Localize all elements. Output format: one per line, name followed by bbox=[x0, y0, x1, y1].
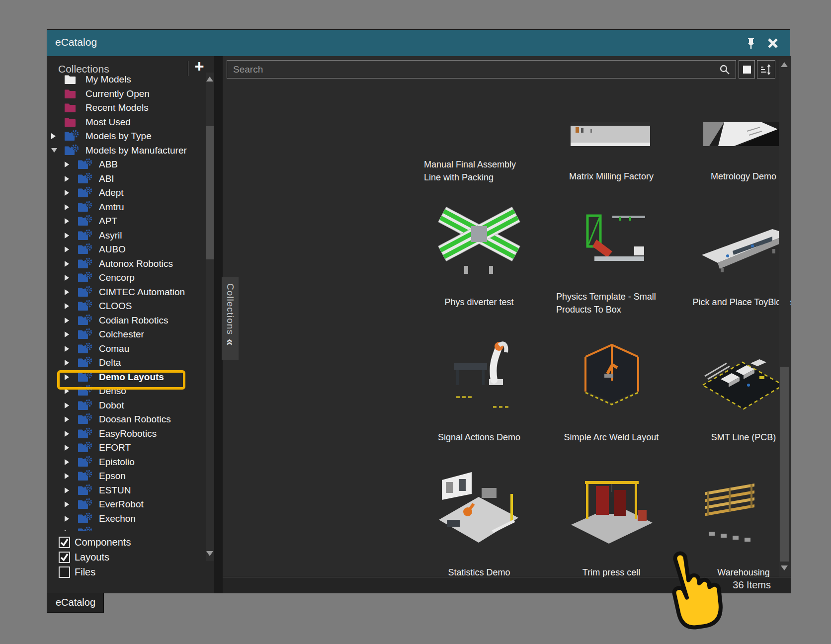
checkbox-checked-icon[interactable] bbox=[59, 552, 70, 563]
expander-collapsed-icon[interactable] bbox=[65, 289, 78, 295]
tree-item-recent-models[interactable]: Recent Models bbox=[47, 101, 205, 115]
scroll-down-icon[interactable] bbox=[206, 551, 213, 556]
tree-item-dobot[interactable]: Dobot bbox=[47, 399, 205, 413]
tree-item-autonox-robotics[interactable]: Autonox Robotics bbox=[47, 257, 205, 271]
tree-item-models-by-manufacturer[interactable]: Models by Manufacturer bbox=[47, 144, 205, 158]
tree-item-doosan-robotics[interactable]: Doosan Robotics bbox=[47, 412, 205, 427]
collections-collapse-tab[interactable]: Collections « bbox=[222, 277, 239, 360]
expander-collapsed-icon[interactable] bbox=[65, 388, 78, 394]
expander-collapsed-icon[interactable] bbox=[65, 473, 78, 479]
checkbox-checked-icon[interactable] bbox=[59, 537, 70, 548]
tree-item-most-used[interactable]: Most Used bbox=[47, 115, 205, 130]
expander-collapsed-icon[interactable] bbox=[65, 204, 78, 210]
scroll-down-icon[interactable] bbox=[781, 565, 788, 570]
tree-item-exechon[interactable]: Exechon bbox=[47, 512, 205, 526]
expander-collapsed-icon[interactable] bbox=[65, 416, 78, 422]
expander-collapsed-icon[interactable] bbox=[65, 459, 78, 465]
expander-collapsed-icon[interactable] bbox=[65, 487, 78, 493]
scrollbar-thumb[interactable] bbox=[206, 126, 214, 259]
scrollbar-thumb[interactable] bbox=[780, 367, 789, 562]
close-icon[interactable] bbox=[766, 36, 780, 50]
catalog-item-physics-template-small-products-to-box[interactable]: Physics Template - Small Products To Box bbox=[549, 196, 673, 321]
tree-item-estun[interactable]: ESTUN bbox=[47, 483, 205, 498]
tree-item-codian-robotics[interactable]: Codian Robotics bbox=[47, 314, 205, 328]
checkbox-unchecked-icon[interactable] bbox=[59, 566, 70, 578]
tree-item-amtru[interactable]: Amtru bbox=[47, 200, 205, 215]
tree-item-my-models[interactable]: My Models bbox=[47, 73, 205, 87]
filter-components[interactable]: Components bbox=[47, 535, 205, 550]
expander-collapsed-icon[interactable] bbox=[65, 346, 78, 352]
tree-item-label: Currently Open bbox=[81, 88, 150, 99]
tree-item-cloos[interactable]: CLOOS bbox=[47, 299, 205, 314]
expander-collapsed-icon[interactable] bbox=[65, 431, 78, 437]
tree-item-abi[interactable]: ABI bbox=[47, 172, 205, 186]
tree-item-colchester[interactable]: Colchester bbox=[47, 327, 205, 342]
tree-item-denso[interactable]: Denso bbox=[47, 384, 205, 399]
tree-item-demo-layouts[interactable]: Demo Layouts bbox=[47, 370, 205, 385]
tree-item-adept[interactable]: Adept bbox=[47, 186, 205, 200]
expander-collapsed-icon[interactable] bbox=[65, 303, 78, 309]
filter-files[interactable]: Files bbox=[47, 564, 205, 579]
tree-item-everrobot[interactable]: EverRobot bbox=[47, 497, 205, 512]
catalog-item-simple-arc-weld-layout[interactable]: Simple Arc Weld Layout bbox=[549, 331, 673, 456]
catalog-item-warehousing[interactable]: Warehousing bbox=[681, 467, 791, 577]
tree-item-delta[interactable]: Delta bbox=[47, 356, 205, 370]
tree-item-asyril[interactable]: Asyril bbox=[47, 229, 205, 243]
catalog-item-pick-and-place-toyblocks[interactable]: Pick and Place ToyBlocks bbox=[681, 196, 791, 321]
filter-layouts[interactable]: Layouts bbox=[47, 550, 205, 564]
expander-collapsed-icon[interactable] bbox=[65, 275, 78, 281]
expander-collapsed-icon[interactable] bbox=[65, 360, 78, 366]
expander-expanded-icon[interactable] bbox=[51, 148, 64, 153]
expander-collapsed-icon[interactable] bbox=[65, 516, 78, 522]
tree-item-cimtec-automation[interactable]: CIMTEC Automation bbox=[47, 285, 205, 300]
tree-item-models-by-type[interactable]: Models by Type bbox=[47, 129, 205, 144]
sort-button[interactable] bbox=[757, 60, 775, 79]
content-scrollbar[interactable] bbox=[779, 60, 790, 577]
expander-collapsed-icon[interactable] bbox=[51, 133, 64, 139]
expander-collapsed-icon[interactable] bbox=[65, 445, 78, 451]
expander-collapsed-icon[interactable] bbox=[65, 161, 78, 167]
tree-item-abb[interactable]: ABB bbox=[47, 158, 205, 172]
expander-collapsed-icon[interactable] bbox=[65, 331, 78, 337]
expander-collapsed-icon[interactable] bbox=[65, 246, 78, 252]
search-icon[interactable] bbox=[719, 64, 731, 76]
search-input[interactable] bbox=[227, 60, 736, 79]
tree-item-aubo[interactable]: AUBO bbox=[47, 242, 205, 257]
folder-gear-icon bbox=[78, 160, 94, 169]
item-label: Manual Final Assembly Line with Packing bbox=[424, 158, 534, 184]
tree-item-apt[interactable]: APT bbox=[47, 214, 205, 229]
expander-collapsed-icon[interactable] bbox=[65, 374, 78, 380]
expander-collapsed-icon[interactable] bbox=[65, 261, 78, 267]
thumbnail-image bbox=[701, 480, 761, 546]
expander-collapsed-icon[interactable] bbox=[65, 176, 78, 182]
tree-item-epson[interactable]: Epson bbox=[47, 469, 205, 483]
pin-icon[interactable] bbox=[744, 36, 758, 50]
scroll-up-icon[interactable] bbox=[206, 77, 213, 81]
expander-collapsed-icon[interactable] bbox=[65, 190, 78, 196]
catalog-item-statistics-demo[interactable]: Statistics Demo bbox=[417, 467, 541, 577]
folder-gear-icon bbox=[78, 485, 94, 495]
scroll-up-icon[interactable] bbox=[781, 62, 788, 67]
tree-item-epistolio[interactable]: Epistolio bbox=[47, 455, 205, 470]
expander-collapsed-icon[interactable] bbox=[65, 501, 78, 507]
catalog-item-trim-press-cell[interactable]: Trim press cell bbox=[549, 467, 673, 577]
tree-item-easyrobotics[interactable]: EasyRobotics bbox=[47, 427, 205, 441]
expander-collapsed-icon[interactable] bbox=[65, 530, 78, 531]
catalog-item-phys-diverter-test[interactable]: Phys diverter test bbox=[417, 196, 541, 321]
thumbnail-image bbox=[698, 220, 791, 275]
tree-item-label: ABB bbox=[94, 159, 118, 170]
catalog-item-smt-line-pcb[interactable]: SMT Line (PCB) bbox=[681, 331, 791, 456]
tab-ecatalog[interactable]: eCatalog bbox=[47, 593, 104, 613]
tree-item-efort[interactable]: EFORT bbox=[47, 441, 205, 455]
catalog-item-signal-actions-demo[interactable]: Signal Actions Demo bbox=[417, 331, 541, 456]
tree-item-currently-open[interactable]: Currently Open bbox=[47, 87, 205, 101]
thumbnail-view-button[interactable] bbox=[739, 60, 755, 79]
expander-collapsed-icon[interactable] bbox=[65, 318, 78, 323]
expander-collapsed-icon[interactable] bbox=[65, 233, 78, 239]
tree-item-cencorp[interactable]: Cencorp bbox=[47, 271, 205, 285]
expander-collapsed-icon[interactable] bbox=[65, 402, 78, 408]
tree-item-partial[interactable] bbox=[47, 526, 205, 531]
sidebar-scrollbar[interactable] bbox=[206, 73, 214, 561]
tree-item-comau[interactable]: Comau bbox=[47, 342, 205, 356]
expander-collapsed-icon[interactable] bbox=[65, 218, 78, 224]
